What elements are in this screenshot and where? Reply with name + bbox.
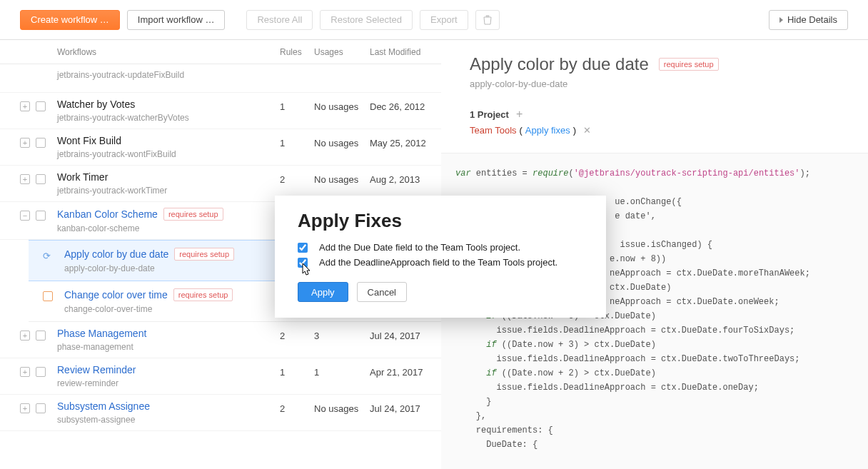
workflow-row[interactable]: + Subsystem Assignee subsystem-assignee …	[0, 395, 441, 431]
requires-setup-badge: requires setup	[659, 58, 719, 71]
rules-count: 1	[280, 364, 314, 378]
export-button[interactable]: Export	[420, 10, 468, 30]
last-modified: Jul 24, 2017	[370, 400, 441, 414]
requires-setup-badge: requires setup	[163, 208, 223, 221]
usages: No usages	[314, 135, 370, 148]
workflow-row[interactable]: + Review Reminder review-reminder 1 1 Ap…	[0, 358, 441, 395]
collapse-icon[interactable]: −	[20, 211, 30, 221]
workflow-row[interactable]: + Wont Fix Build jetbrains-youtrack-wont…	[0, 129, 441, 166]
rule-icon: ⟳	[43, 251, 51, 261]
fix-item: Add the DeadlineApproach field to the Te…	[298, 257, 583, 268]
workflow-title: Phase Management	[57, 328, 280, 339]
workflow-title: Work Timer	[57, 171, 280, 183]
last-modified: Apr 21, 2017	[370, 364, 441, 378]
usages: No usages	[314, 99, 370, 112]
restore-all-button[interactable]: Restore All	[246, 10, 313, 30]
cancel-button[interactable]: Cancel	[357, 282, 407, 302]
last-modified: Jul 24, 2017	[370, 328, 441, 341]
fix-checkbox[interactable]	[298, 243, 308, 253]
workflow-title: Kanban Color Scheme requires setup	[57, 208, 280, 221]
detail-title: Apply color by due date requires setup	[470, 54, 868, 74]
checkbox[interactable]	[36, 367, 46, 377]
header-rules: Rules	[280, 47, 314, 57]
delete-button[interactable]	[475, 10, 500, 30]
usages: No usages	[314, 171, 370, 185]
chevron-right-icon	[779, 17, 783, 23]
workflow-id: jetbrains-youtrack-updateFixBuild	[57, 70, 280, 80]
workflow-id: jetbrains-youtrack-wontFixBuild	[57, 149, 280, 159]
toolbar: Create workflow … Import workflow … Rest…	[0, 0, 868, 40]
checkbox[interactable]	[36, 331, 46, 341]
fix-checkbox[interactable]	[298, 258, 308, 268]
workflow-title: Subsystem Assignee	[57, 400, 280, 412]
remove-project-icon[interactable]: ✕	[583, 125, 591, 136]
projects-section: 1 Project + Team Tools ( Apply fixes ) ✕	[470, 108, 868, 136]
checkbox[interactable]	[36, 138, 46, 148]
requires-setup-badge: requires setup	[174, 248, 234, 261]
workflow-id: review-reminder	[57, 378, 280, 388]
project-name[interactable]: Team Tools	[470, 125, 517, 136]
expand-icon[interactable]: +	[20, 367, 30, 377]
expand-icon[interactable]: +	[20, 331, 30, 341]
detail-id: apply-color-by-due-date	[470, 79, 868, 89]
workflow-title: Review Reminder	[57, 364, 280, 375]
checkbox[interactable]	[36, 403, 46, 413]
requires-setup-badge: requires setup	[173, 288, 233, 301]
rules-count: 2	[280, 400, 314, 414]
header-workflows: Workflows	[57, 47, 280, 57]
checkbox[interactable]	[36, 101, 46, 111]
column-headers: Workflows Rules Usages Last Modified	[0, 40, 441, 64]
workflow-row[interactable]: + Phase Management phase-management 2 3 …	[0, 322, 441, 358]
usages: 1	[314, 364, 370, 378]
expand-icon[interactable]: +	[20, 403, 30, 413]
workflow-id: jetbrains-youtrack-watcherByVotes	[57, 113, 280, 123]
restore-selected-button[interactable]: Restore Selected	[320, 10, 413, 30]
header-usages: Usages	[314, 47, 370, 57]
workflow-title: Watcher by Votes	[57, 99, 280, 110]
apply-fixes-dialog: Apply Fixes Add the Due Date field to th…	[275, 196, 606, 318]
fix-label: Add the DeadlineApproach field to the Te…	[319, 257, 557, 268]
add-project-icon[interactable]: +	[516, 108, 523, 121]
checkbox[interactable]	[36, 211, 46, 221]
last-modified: Aug 2, 2013	[370, 171, 441, 185]
project-count: 1 Project	[470, 109, 509, 120]
expand-icon[interactable]: +	[20, 174, 30, 184]
workflow-id: kanban-color-scheme	[57, 223, 280, 233]
rules-count: 1	[280, 135, 314, 148]
workflow-id: jetbrains-youtrack-workTimer	[57, 186, 280, 196]
rule-icon	[43, 291, 53, 301]
workflow-row[interactable]: + Watcher by Votes jetbrains-youtrack-wa…	[0, 93, 441, 129]
expand-icon[interactable]: +	[20, 101, 30, 111]
workflow-id: phase-management	[57, 342, 280, 352]
expand-icon[interactable]: +	[20, 138, 30, 148]
workflow-title: Wont Fix Build	[57, 135, 280, 146]
fix-label: Add the Due Date field to the Team Tools…	[319, 242, 520, 253]
import-workflow-button[interactable]: Import workflow …	[127, 10, 226, 30]
dialog-title: Apply Fixes	[298, 210, 583, 232]
rules-count: 1	[280, 99, 314, 112]
usages: 3	[314, 328, 370, 341]
fix-item: Add the Due Date field to the Team Tools…	[298, 242, 583, 253]
header-modified: Last Modified	[370, 47, 441, 57]
last-modified: May 25, 2012	[370, 135, 441, 148]
hide-details-button[interactable]: Hide Details	[769, 10, 848, 30]
rules-count: 2	[280, 328, 314, 341]
workflow-id: subsystem-assignee	[57, 415, 280, 425]
usages: No usages	[314, 400, 370, 414]
workflow-row[interactable]: jetbrains-youtrack-updateFixBuild	[0, 64, 441, 93]
rules-count: 2	[280, 171, 314, 185]
apply-button[interactable]: Apply	[298, 282, 348, 302]
checkbox[interactable]	[36, 174, 46, 184]
hide-details-label: Hide Details	[787, 14, 837, 25]
apply-fixes-link[interactable]: Apply fixes	[525, 125, 570, 136]
create-workflow-button[interactable]: Create workflow …	[20, 10, 120, 30]
last-modified: Dec 26, 2012	[370, 99, 441, 112]
